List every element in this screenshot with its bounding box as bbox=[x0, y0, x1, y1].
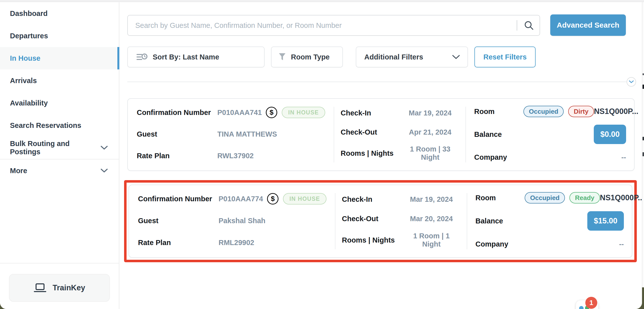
status-badge: IN HOUSE bbox=[283, 193, 326, 204]
card-dates-column: Check-In Mar 19, 2024 Check-Out Mar 20, … bbox=[342, 185, 459, 257]
check-out-value: Mar 20, 2024 bbox=[404, 215, 459, 223]
search-divider bbox=[517, 20, 517, 31]
card-room-column: Room Occupied Dirty NS1Q000P... Balance … bbox=[474, 99, 626, 170]
balance-label: Balance bbox=[474, 130, 509, 139]
room-label: Room bbox=[474, 108, 509, 116]
confirmation-value: P010AAA774 bbox=[218, 195, 263, 203]
check-in-label: Check-In bbox=[342, 195, 404, 203]
chevron-down-icon bbox=[452, 55, 460, 60]
chevron-down-icon bbox=[100, 146, 108, 150]
main-content: Advanced Search Sort By: Last Name Room … bbox=[120, 2, 642, 309]
sidebar-item-label: Bulk Routing and Postings bbox=[10, 140, 100, 156]
room-status-pills: Occupied Dirty bbox=[524, 106, 594, 117]
guest-label: Guest bbox=[138, 217, 218, 225]
check-in-label: Check-In bbox=[341, 109, 403, 117]
confirmation-value: P010AAA741 bbox=[217, 109, 262, 117]
balance-badge[interactable]: $15.00 bbox=[587, 211, 624, 231]
card-guest-column: Confirmation Number P010AAA774 $ IN HOUS… bbox=[138, 185, 334, 257]
room-type-filter-button[interactable]: Room Type bbox=[271, 47, 343, 67]
card-guest-column: Confirmation Number P010AAA741 $ IN HOUS… bbox=[137, 99, 333, 170]
guest-value: Pakshal Shah bbox=[218, 217, 266, 225]
section-divider bbox=[127, 82, 626, 82]
sidebar-item-label: Search Reservations bbox=[10, 121, 81, 130]
check-out-label: Check-Out bbox=[342, 215, 404, 223]
sidebar-footer: TrainKey bbox=[0, 263, 119, 302]
sidebar-item-bulk-routing[interactable]: Bulk Routing and Postings bbox=[0, 137, 119, 159]
rate-plan-label: Rate Plan bbox=[137, 152, 217, 160]
additional-filters-button[interactable]: Additional Filters bbox=[356, 47, 468, 67]
reservation-card-selected[interactable]: Confirmation Number P010AAA774 $ IN HOUS… bbox=[128, 185, 632, 258]
rate-plan-value: RML29902 bbox=[218, 239, 254, 247]
card-room-column: Room Occupied Ready NS1Q000P... Balance … bbox=[476, 185, 624, 257]
app-window: Dashboard Departures In House Arrivals A… bbox=[0, 0, 642, 309]
sort-by-button[interactable]: Sort By: Last Name bbox=[127, 47, 264, 67]
window-top-strip bbox=[0, 0, 644, 2]
reset-filters-button[interactable]: Reset Filters bbox=[474, 47, 536, 67]
sidebar-item-label: More bbox=[10, 167, 27, 175]
check-in-value: Mar 19, 2024 bbox=[403, 109, 458, 117]
sidebar-item-dashboard[interactable]: Dashboard bbox=[0, 2, 119, 25]
company-label: Company bbox=[476, 240, 510, 248]
rooms-nights-value: 1 Room | 33 Night bbox=[403, 145, 458, 161]
confirmation-label: Confirmation Number bbox=[137, 109, 217, 117]
sidebar: Dashboard Departures In House Arrivals A… bbox=[0, 2, 119, 309]
filter-row: Sort By: Last Name Room Type Additional … bbox=[127, 47, 634, 67]
company-label: Company bbox=[474, 153, 509, 161]
sidebar-item-more[interactable]: More bbox=[0, 159, 119, 182]
sidebar-item-label: In House bbox=[10, 54, 40, 63]
room-number: NS1Q000P... bbox=[594, 107, 638, 116]
card-column-divider bbox=[466, 107, 466, 162]
rooms-nights-value: 1 Room | 1 Night bbox=[404, 232, 459, 248]
sidebar-item-in-house[interactable]: In House bbox=[0, 47, 119, 69]
sidebar-item-arrivals[interactable]: Arrivals bbox=[0, 69, 119, 92]
room-status-pills: Occupied Ready bbox=[525, 192, 600, 203]
card-column-divider bbox=[335, 193, 336, 249]
selection-highlight-border: Confirmation Number P010AAA774 $ IN HOUS… bbox=[124, 180, 637, 262]
balance-badge[interactable]: $0.00 bbox=[594, 125, 626, 144]
collapse-filters-chevron[interactable] bbox=[626, 77, 636, 87]
card-column-divider bbox=[467, 193, 467, 249]
search-input[interactable] bbox=[128, 16, 517, 35]
check-out-label: Check-Out bbox=[341, 128, 403, 136]
sidebar-item-availability[interactable]: Availability bbox=[0, 92, 119, 114]
folio-dollar-icon[interactable]: $ bbox=[267, 193, 278, 204]
room-type-label: Room Type bbox=[291, 53, 330, 61]
laptop-icon bbox=[34, 283, 46, 292]
search-box bbox=[127, 15, 540, 36]
funnel-icon bbox=[278, 53, 286, 61]
sort-recent-icon bbox=[136, 53, 148, 61]
sidebar-item-label: Availability bbox=[10, 99, 48, 107]
ready-badge: Ready bbox=[570, 192, 600, 203]
clipped-window-edge bbox=[642, 0, 644, 287]
sidebar-item-label: Dashboard bbox=[10, 10, 48, 18]
advanced-search-button[interactable]: Advanced Search bbox=[550, 15, 626, 36]
balance-label: Balance bbox=[476, 217, 510, 225]
card-dates-column: Check-In Mar 19, 2024 Check-Out Apr 21, … bbox=[341, 99, 458, 170]
trainkey-button[interactable]: TrainKey bbox=[9, 274, 110, 302]
occupied-badge: Occupied bbox=[525, 192, 565, 203]
check-out-value: Apr 21, 2024 bbox=[403, 128, 458, 136]
check-in-value: Mar 19, 2024 bbox=[404, 195, 459, 203]
notification-badge: 1 bbox=[585, 297, 597, 309]
chevron-down-icon bbox=[100, 168, 108, 173]
rooms-nights-label: Rooms | Nights bbox=[341, 149, 403, 157]
confirmation-label: Confirmation Number bbox=[138, 195, 218, 203]
sidebar-item-departures[interactable]: Departures bbox=[0, 25, 119, 47]
trainkey-label: TrainKey bbox=[53, 283, 85, 292]
search-icon[interactable] bbox=[523, 19, 535, 32]
guest-label: Guest bbox=[137, 130, 217, 138]
dirty-badge: Dirty bbox=[568, 106, 594, 117]
room-number: NS1Q000P... bbox=[600, 193, 642, 202]
sidebar-item-label: Departures bbox=[10, 32, 48, 40]
reservation-card[interactable]: Confirmation Number P010AAA741 $ IN HOUS… bbox=[127, 98, 634, 171]
card-column-divider bbox=[334, 107, 334, 162]
sidebar-item-label: Arrivals bbox=[10, 77, 37, 85]
company-value: -- bbox=[619, 240, 624, 248]
additional-filters-label: Additional Filters bbox=[364, 53, 423, 61]
room-label: Room bbox=[476, 194, 510, 202]
rate-plan-value: RWL37902 bbox=[217, 152, 254, 160]
sidebar-item-search-reservations[interactable]: Search Reservations bbox=[0, 114, 119, 137]
occupied-badge: Occupied bbox=[524, 106, 564, 117]
sort-by-label: Sort By: Last Name bbox=[153, 53, 219, 61]
folio-dollar-icon[interactable]: $ bbox=[266, 107, 277, 118]
